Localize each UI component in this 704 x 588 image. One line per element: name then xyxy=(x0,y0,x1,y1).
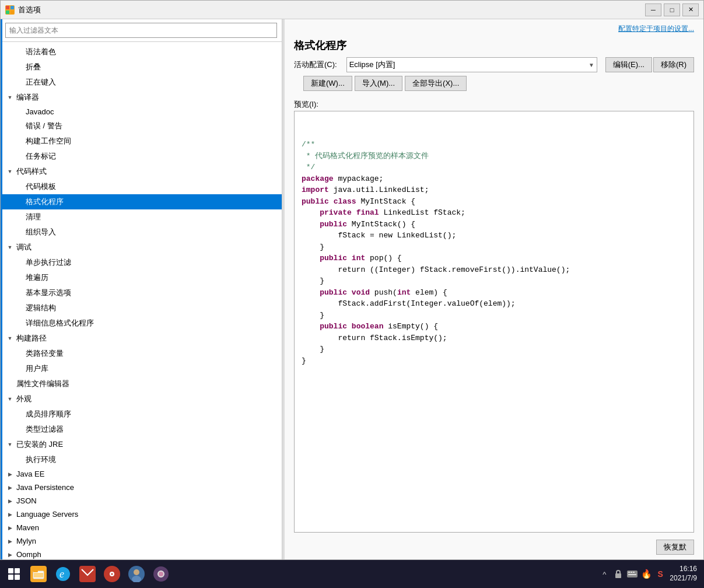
expand-icon-basic_display[interactable] xyxy=(15,288,24,298)
expand-icon-user_lib[interactable] xyxy=(15,364,24,373)
tree-item-code_style[interactable]: ▼代码样式 xyxy=(1,164,282,179)
tree-item-org_import[interactable]: 组织导入 xyxy=(1,225,282,240)
expand-icon-java_ee[interactable]: ▶ xyxy=(5,470,15,479)
tree-item-clean[interactable]: 清理 xyxy=(1,209,282,225)
expand-icon-detail_formatter[interactable] xyxy=(15,318,24,328)
taskbar-mail[interactable] xyxy=(76,562,99,586)
new-button[interactable]: 新建(W)... xyxy=(303,76,352,91)
tree-item-member_sort[interactable]: 成员排序顺序 xyxy=(1,407,282,422)
tree-item-exec_env[interactable]: 执行环境 xyxy=(1,452,282,467)
expand-icon-debug[interactable]: ▼ xyxy=(5,243,15,252)
expand-icon-maven[interactable]: ▶ xyxy=(5,523,15,533)
import-button[interactable]: 导入(M)... xyxy=(355,76,402,91)
expand-icon-step_filter[interactable] xyxy=(15,258,24,267)
project-settings-link[interactable]: 配置特定于项目的设置... xyxy=(618,24,694,34)
edit-button[interactable]: 编辑(E)... xyxy=(605,57,652,72)
taskbar-avatar[interactable] xyxy=(125,562,148,586)
expand-icon-task_tags[interactable] xyxy=(15,152,24,161)
restore-button[interactable]: 恢复默 xyxy=(656,540,694,555)
tree-label-syntax: 语法着色 xyxy=(24,46,58,58)
expand-icon-java_persistence[interactable]: ▶ xyxy=(5,483,15,492)
tree-item-step_filter[interactable]: 单步执行过滤 xyxy=(1,255,282,270)
expand-icon-javadoc[interactable] xyxy=(15,107,24,117)
expand-icon-lang_servers[interactable]: ▶ xyxy=(5,510,15,519)
tree-item-code_template[interactable]: 代码模板 xyxy=(1,179,282,194)
tree-item-syntax[interactable]: 语法着色 xyxy=(1,44,282,60)
tree-item-appearance[interactable]: ▼外观 xyxy=(1,391,282,407)
tree-item-task_tags[interactable]: 任务标记 xyxy=(1,149,282,164)
expand-icon-oomph[interactable]: ▶ xyxy=(5,550,15,559)
expand-icon-classpath_var[interactable] xyxy=(15,349,24,358)
minimize-button[interactable]: ─ xyxy=(645,4,661,16)
expand-icon-heap[interactable] xyxy=(15,273,24,282)
remove-button[interactable]: 移除(R) xyxy=(653,57,694,72)
tree-item-build_path[interactable]: ▼构建路径 xyxy=(1,331,282,346)
code-line: public class MyIntStack { xyxy=(302,196,687,208)
start-button[interactable] xyxy=(2,562,26,586)
tree-item-java_persistence[interactable]: ▶Java Persistence xyxy=(1,481,282,494)
export-button[interactable]: 全部导出(X)... xyxy=(405,76,467,91)
filter-input[interactable] xyxy=(5,23,277,38)
tree-item-lang_servers[interactable]: ▶Language Servers xyxy=(1,508,282,521)
tree-item-typing[interactable]: 正在键入 xyxy=(1,75,282,90)
expand-icon-logic_struct[interactable] xyxy=(15,303,24,313)
taskbar-gear[interactable] xyxy=(149,562,173,586)
expand-icon-build_path[interactable]: ▼ xyxy=(5,334,15,343)
tree-item-fold[interactable]: 折叠 xyxy=(1,60,282,75)
active-config-label: 活动配置(C): xyxy=(294,60,337,70)
tree-item-mylyn[interactable]: ▶Mylyn xyxy=(1,534,282,548)
tree-item-debug[interactable]: ▼调试 xyxy=(1,240,282,255)
expand-icon-type_filter[interactable] xyxy=(15,425,24,434)
expand-icon-build_workspace[interactable] xyxy=(15,136,24,146)
config-dropdown[interactable]: Eclipse [内置] ▼ xyxy=(346,57,597,72)
expand-icon-formatter[interactable] xyxy=(15,197,24,206)
tree-item-user_lib[interactable]: 用户库 xyxy=(1,361,282,376)
maximize-button[interactable]: □ xyxy=(664,4,680,16)
tree-item-formatter[interactable]: 格式化程序 xyxy=(1,194,282,209)
tray-fire-icon: 🔥 xyxy=(640,568,652,580)
expand-icon-member_sort[interactable] xyxy=(15,410,24,419)
tree-item-attr_editor[interactable]: 属性文件编辑器 xyxy=(1,376,282,391)
expand-icon-exec_env[interactable] xyxy=(15,455,24,464)
tree-item-maven[interactable]: ▶Maven xyxy=(1,521,282,534)
taskbar-browser[interactable]: e xyxy=(51,562,75,586)
tree-item-classpath_var[interactable]: 类路径变量 xyxy=(1,346,282,361)
tree-item-type_filter[interactable]: 类型过滤器 xyxy=(1,422,282,437)
expand-icon-syntax[interactable] xyxy=(15,47,24,57)
expand-icon-attr_editor[interactable] xyxy=(5,379,15,388)
expand-icon-appearance[interactable]: ▼ xyxy=(5,394,15,404)
taskbar: e xyxy=(0,560,704,588)
expand-icon-mylyn[interactable]: ▶ xyxy=(5,537,15,546)
tree-item-basic_display[interactable]: 基本显示选项 xyxy=(1,285,282,300)
tree-item-errors[interactable]: 错误 / 警告 xyxy=(1,118,282,134)
taskbar-media[interactable] xyxy=(100,562,124,586)
tree-item-installed_jre[interactable]: ▼已安装的 JRE xyxy=(1,437,282,452)
expand-icon-typing[interactable] xyxy=(15,78,24,87)
expand-icon-org_import[interactable] xyxy=(15,228,24,237)
code-line: public void push(int elem) { xyxy=(302,287,687,299)
tree-item-oomph[interactable]: ▶Oomph xyxy=(1,548,282,559)
expand-icon-installed_jre[interactable]: ▼ xyxy=(5,440,15,449)
tree-item-heap[interactable]: 堆遍历 xyxy=(1,270,282,285)
tree-item-build_workspace[interactable]: 构建工作空间 xyxy=(1,134,282,149)
tree-item-logic_struct[interactable]: 逻辑结构 xyxy=(1,300,282,316)
taskbar-file-explorer[interactable] xyxy=(27,562,50,586)
tree-item-detail_formatter[interactable]: 详细信息格式化程序 xyxy=(1,316,282,331)
svg-text:e: e xyxy=(59,568,64,580)
expand-icon-code_template[interactable] xyxy=(15,182,24,191)
expand-icon-fold[interactable] xyxy=(15,62,24,72)
expand-icon-compiler[interactable]: ▼ xyxy=(5,93,15,102)
tree-item-java_ee[interactable]: ▶Java EE xyxy=(1,467,282,481)
code-line: } xyxy=(302,242,687,253)
expand-icon-clean[interactable] xyxy=(15,212,24,222)
close-button[interactable]: ✕ xyxy=(682,4,699,16)
tree-item-compiler[interactable]: ▼编译器 xyxy=(1,90,282,105)
tree-item-javadoc[interactable]: Javadoc xyxy=(1,105,282,118)
expand-icon-errors[interactable] xyxy=(15,121,24,131)
tree-item-json[interactable]: ▶JSON xyxy=(1,494,282,508)
expand-icon-json[interactable]: ▶ xyxy=(5,496,15,506)
expand-icon-code_style[interactable]: ▼ xyxy=(5,167,15,176)
tray-up-icon[interactable]: ^ xyxy=(598,568,610,580)
code-line: public int pop() { xyxy=(302,253,687,264)
tree-area[interactable]: 语法着色折叠正在键入▼编译器Javadoc错误 / 警告构建工作空间任务标记▼代… xyxy=(1,42,282,559)
